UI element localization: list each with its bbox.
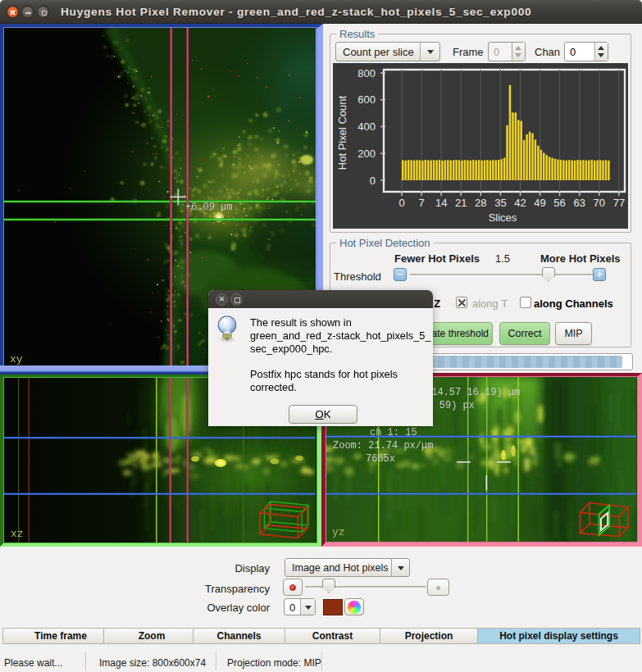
- svg-text:42: 42: [514, 197, 526, 209]
- svg-text:200: 200: [357, 148, 376, 160]
- svg-text:7: 7: [418, 197, 424, 209]
- svg-text:ch 1: 15: ch 1: 15: [370, 427, 417, 438]
- svg-text:14: 14: [435, 197, 447, 209]
- svg-text:49: 49: [534, 197, 545, 209]
- svg-text:+6.09 μm: +6.09 μm: [185, 202, 233, 213]
- svg-text:xy: xy: [10, 353, 23, 366]
- svg-text:0: 0: [370, 175, 376, 187]
- svg-text:400: 400: [357, 120, 376, 133]
- svg-text:xz: xz: [11, 528, 24, 540]
- svg-text:5 59) px: 5 59) px: [427, 400, 475, 411]
- svg-text:77: 77: [613, 197, 625, 209]
- svg-text:63: 63: [573, 197, 585, 209]
- svg-text:(14.57 16.19) μm: (14.57 16.19) μm: [426, 387, 520, 398]
- svg-text:800: 800: [357, 67, 376, 79]
- svg-text:Slices: Slices: [489, 211, 517, 224]
- svg-text:Zoom: 21.74 px/μm: Zoom: 21.74 px/μm: [333, 440, 433, 452]
- svg-text:7665x: 7665x: [366, 453, 395, 465]
- svg-text:56: 56: [553, 197, 565, 209]
- svg-text:35: 35: [494, 197, 506, 209]
- svg-text:21: 21: [455, 197, 467, 209]
- svg-text:Hot Pixel Count: Hot Pixel Count: [336, 95, 348, 170]
- svg-text:28: 28: [475, 197, 486, 209]
- svg-text:70: 70: [594, 197, 605, 209]
- svg-text:yz: yz: [332, 526, 345, 538]
- svg-text:0: 0: [398, 197, 404, 209]
- svg-text:600: 600: [357, 93, 376, 106]
